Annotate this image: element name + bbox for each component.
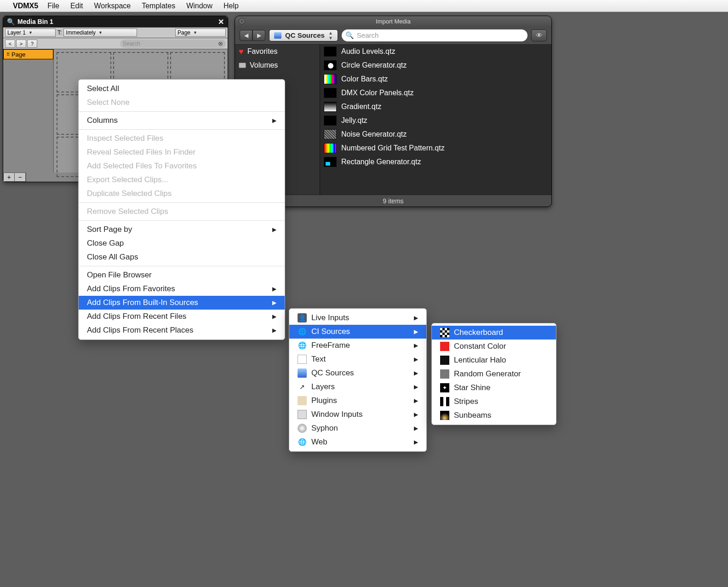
file-row[interactable]: Jelly.qtz [320,114,551,127]
nav-back-button[interactable]: ◀ [240,30,252,41]
timing-dropdown[interactable]: Immediately▼ [63,29,137,37]
file-thumb [324,157,337,167]
submenu-plugins[interactable]: Plugins▶ [289,394,426,408]
file-row[interactable]: Gradient.qtz [320,100,551,114]
file-thumb [324,115,337,126]
add-page-button[interactable]: + [4,173,15,181]
menu-export[interactable]: Export Selected Clips... [79,173,285,187]
help-button[interactable]: ? [27,40,37,48]
submenu-ci-sources[interactable]: CI Sources▶ [289,325,426,339]
chevron-down-icon: ▼ [29,30,33,35]
menu-select-all[interactable]: Select All [79,82,285,96]
menu-workspace[interactable]: Workspace [94,2,131,10]
menu-duplicate[interactable]: Duplicate Selected Clips [79,187,285,201]
media-bin-toolbar-2: < > ? Search ⊗ [3,38,228,49]
submenu-window-inputs[interactable]: Window Inputs▶ [289,408,426,421]
menu-file[interactable]: File [47,2,59,10]
nav-forward-button[interactable]: ▶ [252,30,265,41]
clear-search-icon[interactable]: ⊗ [218,40,223,47]
menu-add-from-builtin[interactable]: Add Clips From Built-In Sources▶ [79,296,285,310]
chevron-right-icon: ▶ [396,370,418,376]
chevron-down-icon: ▼ [193,30,197,35]
remove-page-button[interactable]: − [15,173,26,181]
menu-add-from-recent-places[interactable]: Add Clips From Recent Places▶ [79,323,285,337]
menu-add-from-recent-files[interactable]: Add Clips From Recent Files▶ [79,310,285,323]
menu-add-favorites[interactable]: Add Selected Files To Favorites [79,159,285,173]
file-row[interactable]: Color Bars.qtz [320,72,551,86]
heart-icon: ♥ [239,47,244,57]
menu-help[interactable]: Help [224,2,239,10]
chevron-right-icon: ▶ [254,226,276,233]
folder-icon [274,32,281,39]
nav-back-button[interactable]: < [5,40,15,48]
menu-select-none[interactable]: Select None [79,96,285,109]
chevron-right-icon: ▶ [254,313,276,320]
file-row[interactable]: DMX Color Panels.qtz [320,86,551,100]
ci-star-shine[interactable]: Star Shine [432,381,556,395]
page-dropdown[interactable]: Page▼ [175,29,226,37]
ci-random-generator[interactable]: Random Generator [432,367,556,381]
menu-add-from-favorites[interactable]: Add Clips From Favorites▶ [79,282,285,296]
menu-close-all-gaps[interactable]: Close All Gaps [79,250,285,264]
submenu-qc-sources[interactable]: QC Sources▶ [289,366,426,380]
submenu-builtin-sources: Live Inputs▶ CI Sources▶ FreeFrame▶ Text… [289,308,427,452]
sidebar-item-favorites[interactable]: ♥Favorites [235,45,320,58]
media-bin-titlebar[interactable]: 🔍 Media Bin 1 ✕ [3,16,228,27]
sidebar-item-volumes[interactable]: Volumes [235,58,320,72]
path-dropdown[interactable]: QC Sources ▲▼ [269,29,338,41]
nav-forward-button[interactable]: > [16,40,26,48]
file-row[interactable]: Numbered Grid Test Pattern.qtz [320,141,551,155]
media-bin-search-input[interactable]: Search ⊗ [120,40,226,48]
chevron-right-icon: ▶ [254,286,276,292]
submenu-web[interactable]: Web▶ [289,435,426,449]
import-toolbar: ◀ ▶ QC Sources ▲▼ 🔍 Search 👁 [235,26,551,45]
menu-templates[interactable]: Templates [142,2,175,10]
chevron-right-icon: ▶ [396,328,418,335]
menu-edit[interactable]: Edit [70,2,83,10]
page-tab[interactable]: ⠿ Page [3,49,53,59]
drive-icon [239,63,246,68]
file-row[interactable]: Circle Generator.qtz [320,58,551,72]
menu-open-file-browser[interactable]: Open File Browser [79,268,285,282]
app-menu[interactable]: VDMX5 [13,2,38,10]
import-title: Import Media [376,18,411,25]
menu-window[interactable]: Window [186,2,212,10]
chevron-right-icon: ▶ [396,425,418,432]
globe-icon [298,341,307,350]
stripes-icon [440,397,449,406]
close-window-icon[interactable]: × [239,18,245,24]
ci-lenticular-halo[interactable]: Lenticular Halo [432,353,556,367]
file-row[interactable]: Noise Generator.qtz [320,127,551,141]
plugin-icon [298,396,307,405]
chevron-right-icon: ▶ [396,356,418,363]
submenu-syphon[interactable]: Syphon▶ [289,421,426,435]
menu-close-gap[interactable]: Close Gap [79,236,285,250]
close-icon[interactable]: ✕ [218,17,224,26]
ci-sunbeams[interactable]: Sunbeams [432,409,556,422]
file-row[interactable]: Rectangle Generator.qtz [320,155,551,169]
layer-dropdown[interactable]: Layer 1▼ [5,29,56,37]
ci-constant-color[interactable]: Constant Color [432,340,556,353]
menu-inspect[interactable]: Inspect Selected Files [79,132,285,145]
sunbeams-icon [440,411,449,420]
file-row[interactable]: Audio Levels.qtz [320,45,551,58]
submenu-text[interactable]: Text▶ [289,352,426,366]
import-search-input[interactable]: 🔍 Search [342,29,527,41]
menu-columns[interactable]: Columns▶ [79,114,285,127]
media-bin-sidebar: ⠿ Page [3,49,54,173]
ci-checkerboard[interactable]: Checkerboard [432,326,556,340]
import-titlebar[interactable]: × Import Media [235,16,551,26]
window-icon [298,410,307,419]
ci-stripes[interactable]: Stripes [432,395,556,409]
chevron-right-icon: ▶ [254,299,276,306]
preview-toggle-button[interactable]: 👁 [531,29,547,41]
media-bin-footer: + − [3,173,26,182]
submenu-freeframe[interactable]: FreeFrame▶ [289,339,426,352]
menu-remove[interactable]: Remove Selected Clips [79,205,285,219]
submenu-live-inputs[interactable]: Live Inputs▶ [289,311,426,325]
menu-sort-page[interactable]: Sort Page by▶ [79,223,285,236]
path-label: QC Sources [285,31,325,39]
menu-reveal[interactable]: Reveal Selected Files In Finder [79,145,285,159]
file-thumb [324,143,337,153]
submenu-layers[interactable]: Layers▶ [289,380,426,394]
